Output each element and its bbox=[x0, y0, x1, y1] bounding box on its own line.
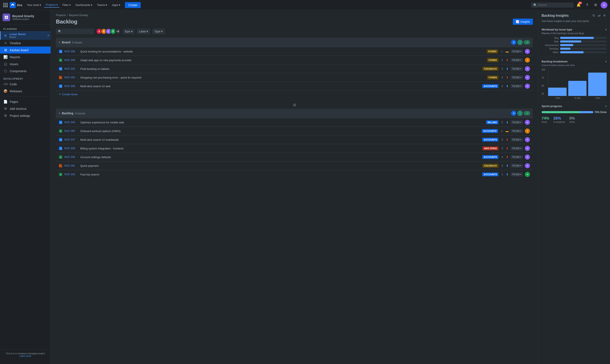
status-badge[interactable]: TO DO ▾ bbox=[511, 129, 523, 133]
jira-logo[interactable]: Jira bbox=[10, 2, 22, 8]
sprint-progress-section: Sprint progress ▾ 74% Done 74% Done 26% … bbox=[538, 102, 610, 126]
status-badge[interactable]: TO DO ▾ bbox=[511, 67, 523, 71]
table-row[interactable]: ◈ NUC-360 Onboard workout options (OWO) … bbox=[56, 127, 533, 135]
reports-label: Reports bbox=[10, 55, 20, 59]
status-badge[interactable]: TO DO ▾ bbox=[511, 76, 523, 79]
insights-button[interactable]: 📈 Insights bbox=[513, 19, 533, 25]
table-row[interactable]: ◈ NUC-346 Adapt web app no new payments … bbox=[56, 56, 533, 64]
table-row[interactable]: ◻ NUC-344 Optimize experience for mobile… bbox=[56, 118, 533, 127]
create-button[interactable]: Create bbox=[125, 2, 141, 8]
table-row[interactable]: ◻ NUC-336 Quick booking for accomodation… bbox=[56, 47, 533, 56]
assignee-avatar: A bbox=[525, 120, 530, 125]
y-label-50: 50 bbox=[542, 85, 545, 87]
workload-label: TechOps bbox=[542, 47, 558, 50]
table-row[interactable]: 🐛 NUC-341 Quick payment FEEDBACK 2 ⬇ TO … bbox=[56, 161, 533, 170]
sidebar-project: Beyond Gravity Software project bbox=[0, 10, 51, 25]
footer-link[interactable]: Learn more bbox=[19, 355, 31, 357]
issue-key[interactable]: NUC-342 bbox=[64, 173, 78, 176]
help-button[interactable]: ? bbox=[584, 2, 591, 9]
epic-filter[interactable]: Epic ▾ bbox=[123, 28, 135, 34]
issue-key[interactable]: NUC-343 bbox=[64, 67, 78, 70]
panel-close-button[interactable]: ✕ bbox=[602, 13, 607, 18]
priority-icon: ▬ bbox=[506, 129, 509, 133]
kanban-icon: ⊞ bbox=[3, 48, 8, 52]
status-badge[interactable]: TO DO ▾ bbox=[511, 138, 523, 142]
projects-nav[interactable]: Projects ▾ bbox=[44, 2, 59, 8]
priority-icon: ⬇ bbox=[506, 84, 509, 88]
status-badge[interactable]: TO DO ▾ bbox=[511, 84, 523, 88]
status-badge[interactable]: TO DO ▾ bbox=[511, 164, 523, 168]
issue-label: FORMS bbox=[487, 50, 498, 53]
status-badge[interactable]: TO DO ▾ bbox=[511, 50, 523, 53]
sidebar-item-reports[interactable]: 📊 Reports bbox=[0, 53, 51, 61]
search-input[interactable] bbox=[538, 3, 571, 7]
sidebar-item-releases[interactable]: 📦 Releases bbox=[0, 88, 51, 95]
user-avatar[interactable]: U bbox=[601, 2, 608, 9]
issue-key[interactable]: NUC-339 bbox=[64, 147, 78, 150]
status-badge[interactable]: TO DO ▾ bbox=[511, 155, 523, 159]
sidebar-item-kanban[interactable]: ⊞ Kanban board bbox=[0, 47, 51, 53]
breadcrumb-project[interactable]: Beyond Gravity bbox=[69, 13, 88, 17]
filter-nav[interactable]: Filter ▾ bbox=[61, 2, 72, 7]
apps-nav[interactable]: Apps ▾ bbox=[110, 2, 122, 7]
your-work-nav[interactable]: Your work ▾ bbox=[25, 2, 43, 7]
project-type: Software project bbox=[12, 18, 34, 20]
sidebar-item-code[interactable]: </> Code bbox=[0, 81, 51, 88]
sidebar-item-components[interactable]: ⬡ Components bbox=[0, 67, 51, 75]
workload-row: Bug bbox=[542, 37, 607, 39]
sidebar-item-issues[interactable]: ◱ Issues bbox=[0, 61, 51, 67]
teams-nav[interactable]: Teams ▾ bbox=[95, 2, 109, 7]
apps-menu-icon[interactable] bbox=[2, 2, 9, 8]
settings-button[interactable]: ⚙ bbox=[592, 2, 599, 9]
label-filter-label: Label bbox=[139, 30, 146, 33]
issue-label: ACCOUNTS bbox=[482, 84, 498, 88]
status-badge[interactable]: TO DO ▾ bbox=[511, 120, 523, 124]
type-filter[interactable]: Type ▾ bbox=[152, 28, 165, 34]
workload-bar bbox=[560, 44, 573, 46]
issue-key[interactable]: NUC-354 bbox=[64, 76, 78, 79]
table-row[interactable]: ◻ NUC-338 Multi-dest search UI web ACCOU… bbox=[56, 82, 533, 90]
table-row[interactable]: ◻ NUC-339 Billing system integration - f… bbox=[56, 144, 533, 153]
sidebar-item-add-shortcut[interactable]: ⚙ Add shortcut bbox=[0, 105, 51, 112]
status-badge[interactable]: TO DO ▾ bbox=[511, 172, 523, 176]
search-bar[interactable]: 🔍 bbox=[531, 2, 574, 8]
issue-key[interactable]: NUC-337 bbox=[64, 138, 78, 141]
issue-key[interactable]: NUC-360 bbox=[64, 130, 78, 132]
sidebar-board-item[interactable]: ⊞ Lunar Rover Board ▾ bbox=[0, 31, 51, 40]
table-row[interactable]: ◈ NUC-340 Account settings defaults ACCO… bbox=[56, 153, 533, 161]
sidebar-item-project-settings[interactable]: ⚙ Project settings bbox=[0, 112, 51, 119]
label-filter[interactable]: Label ▾ bbox=[137, 28, 150, 34]
issue-key[interactable]: NUC-341 bbox=[64, 164, 78, 167]
issue-key[interactable]: NUC-336 bbox=[64, 50, 78, 53]
status-chevron: ▾ bbox=[520, 139, 521, 141]
sidebar-item-pages[interactable]: 📄 Pages bbox=[0, 98, 51, 105]
table-row[interactable]: ◻ NUC-337 Multi-dest search UI mobileweb… bbox=[56, 135, 533, 144]
planning-section-label: PLANNING bbox=[0, 25, 51, 31]
issue-key[interactable]: NUC-344 bbox=[64, 121, 78, 124]
filter-search[interactable]: 🔍 bbox=[56, 28, 94, 34]
table-row[interactable]: ◈ NUC-342 Fast trip search ACCOUNTS 1 ⬇ … bbox=[56, 170, 533, 179]
dashboards-nav[interactable]: Dashboards ▾ bbox=[74, 2, 94, 7]
notifications-button[interactable]: 🔔 9+ bbox=[575, 2, 582, 9]
filter-search-input[interactable] bbox=[63, 30, 92, 33]
table-row[interactable]: 🐛 NUC-354 Shopping cart purchasing error… bbox=[56, 73, 533, 82]
create-issue-board[interactable]: + Create issue bbox=[56, 90, 533, 98]
issue-key[interactable]: NUC-346 bbox=[64, 59, 78, 62]
svg-rect-1 bbox=[7, 16, 8, 17]
pages-label: Pages bbox=[10, 100, 18, 104]
board-section-header[interactable]: ▾ Board 5 issues 3 2 +0 bbox=[56, 38, 533, 47]
backlog-section-header[interactable]: ▾ Backlog 8 issues 3 2 +0 bbox=[56, 109, 533, 118]
breadcrumb-projects[interactable]: Projects bbox=[56, 13, 66, 17]
issue-key[interactable]: NUC-340 bbox=[64, 156, 78, 158]
sidebar-footer: You're in a company-managed project Lear… bbox=[0, 349, 51, 360]
status-badge[interactable]: TO DO ▾ bbox=[511, 58, 523, 62]
panel-transfer-button[interactable]: ⇄ bbox=[597, 13, 601, 18]
issue-key[interactable]: NUC-338 bbox=[64, 85, 78, 88]
top-navigation: Jira Your work ▾ Projects ▾ Filter ▾ Das… bbox=[0, 0, 610, 10]
avatar-more[interactable]: +3 bbox=[115, 28, 121, 34]
table-row[interactable]: ◻ NUC-343 Fluid booking on tablets FEEDB… bbox=[56, 64, 533, 73]
panel-refresh-button[interactable]: ↻ bbox=[592, 13, 596, 18]
sidebar-item-timeline[interactable]: ≡ Timeline bbox=[0, 40, 51, 47]
status-badge[interactable]: TO DO ▾ bbox=[511, 146, 523, 150]
workload-chevron: ▾ bbox=[605, 28, 607, 31]
